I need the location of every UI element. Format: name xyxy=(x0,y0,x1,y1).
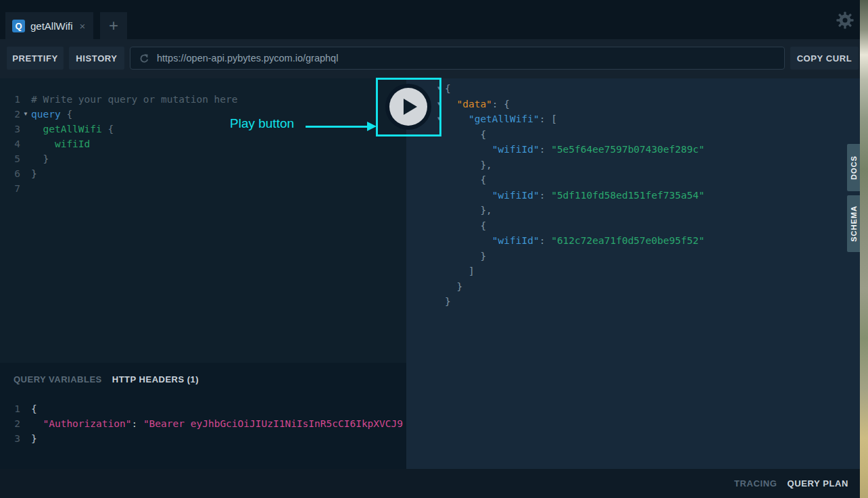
code-text: } xyxy=(445,279,462,295)
docs-side-tab-label: DOCS xyxy=(850,155,858,180)
fold-gutter xyxy=(433,264,445,279)
endpoint-url-input[interactable]: https://open-api.pybytes.pycom.io/graphq… xyxy=(130,47,785,70)
prettify-button[interactable]: PRETTIFY xyxy=(7,47,64,70)
fold-gutter xyxy=(433,249,445,264)
line-number: 6 xyxy=(0,166,20,181)
fold-gutter xyxy=(433,203,445,218)
code-text: { xyxy=(445,81,451,97)
fold-gutter xyxy=(20,401,31,416)
fold-gutter xyxy=(433,279,445,295)
annotation-arrow-line xyxy=(306,126,368,128)
code-text: "data": { xyxy=(445,97,510,112)
code-text: }, xyxy=(445,203,492,218)
copy-curl-button[interactable]: COPY CURL xyxy=(790,47,859,70)
code-line: "wifiId": "5df110fd58ed151fef735a54" xyxy=(406,188,860,203)
line-number: 4 xyxy=(0,136,20,151)
schema-side-tab[interactable]: SCHEMA xyxy=(847,195,860,252)
code-line: 6} xyxy=(0,166,406,181)
endpoint-url-text: https://open-api.pybytes.pycom.io/graphq… xyxy=(157,53,338,64)
code-text: } xyxy=(31,431,37,446)
code-text: { xyxy=(445,127,486,143)
plus-icon: + xyxy=(109,16,118,35)
desktop-background-strip xyxy=(860,0,868,498)
code-line: ] xyxy=(406,264,860,279)
query-editor-code: 1# Write your query or mutation here2▼qu… xyxy=(0,78,406,196)
code-line: } xyxy=(406,249,860,264)
fold-arrow-icon[interactable]: ▼ xyxy=(20,107,31,122)
line-number: 2 xyxy=(0,416,20,431)
code-text: }, xyxy=(445,157,492,173)
line-number: 7 xyxy=(0,181,20,196)
schema-side-tab-label: SCHEMA xyxy=(850,205,858,242)
variables-panel-tabs: QUERY VARIABLES HTTP HEADERS (1) xyxy=(0,363,406,384)
settings-gear-icon[interactable] xyxy=(836,11,854,30)
code-text: wifiId xyxy=(31,136,90,151)
code-line: }, xyxy=(406,157,860,173)
code-text: { xyxy=(445,172,486,188)
close-icon[interactable]: × xyxy=(80,20,86,32)
code-line: ▼ "getAllWifi": [ xyxy=(406,111,860,127)
line-number: 1 xyxy=(0,92,20,107)
variables-headers-panel: QUERY VARIABLES HTTP HEADERS (1) 1{2 "Au… xyxy=(0,363,406,469)
code-text: { xyxy=(31,401,37,416)
fold-gutter xyxy=(20,151,31,166)
fold-gutter xyxy=(433,142,445,157)
code-line: 7 xyxy=(0,181,406,196)
fold-gutter xyxy=(20,416,31,431)
line-number: 3 xyxy=(0,431,20,446)
code-line: 2▼query { xyxy=(0,107,406,122)
code-line: 1# Write your query or mutation here xyxy=(0,92,406,107)
fold-gutter xyxy=(433,172,445,188)
code-line: 5 } xyxy=(0,151,406,166)
code-text: } xyxy=(445,294,451,309)
code-line: 3 getAllWifi { xyxy=(0,122,406,136)
annotation-highlight-box xyxy=(376,78,441,136)
fold-gutter xyxy=(433,188,445,203)
code-text: ] xyxy=(445,264,475,279)
code-text: query { xyxy=(31,107,72,122)
response-json: ▼{▼ "data": {▼ "getAllWifi": [ { "wifiId… xyxy=(406,78,860,309)
response-viewer[interactable]: ▼{▼ "data": {▼ "getAllWifi": [ { "wifiId… xyxy=(406,78,860,469)
new-tab-button[interactable]: + xyxy=(100,12,127,39)
code-line: "wifiId": "5e5f64ee7597b07430ef289c" xyxy=(406,142,860,157)
annotation-arrow-head-icon xyxy=(367,122,377,131)
code-line: }, xyxy=(406,203,860,218)
code-line: } xyxy=(406,279,860,295)
code-text: getAllWifi { xyxy=(31,122,114,136)
fold-gutter xyxy=(20,431,31,446)
code-text: } xyxy=(31,151,49,166)
history-button[interactable]: HISTORY xyxy=(69,47,124,70)
fold-gutter xyxy=(20,136,31,151)
tab-getallwifi[interactable]: Q getAllWifi × xyxy=(5,12,93,39)
http-headers-editor[interactable]: 1{2 "Authorization": "Bearer eyJhbGciOiJ… xyxy=(0,401,406,446)
fold-gutter xyxy=(433,294,445,309)
line-number: 2 xyxy=(0,107,20,122)
query-editor[interactable]: 1# Write your query or mutation here2▼qu… xyxy=(0,78,406,363)
code-line: 2 "Authorization": "Bearer eyJhbGciOiJIU… xyxy=(0,416,406,431)
query-plan-toggle[interactable]: QUERY PLAN xyxy=(787,478,848,489)
code-text: "wifiId": "5e5f64ee7597b07430ef289c" xyxy=(445,142,704,157)
tab-query-variables[interactable]: QUERY VARIABLES xyxy=(14,374,102,384)
query-type-badge: Q xyxy=(12,20,25,32)
code-text: "getAllWifi": [ xyxy=(445,111,557,127)
results-footer: TRACING QUERY PLAN xyxy=(0,469,860,498)
code-line: { xyxy=(406,218,860,234)
code-text: } xyxy=(31,166,37,181)
tracing-toggle[interactable]: TRACING xyxy=(734,478,777,489)
code-line: ▼ "data": { xyxy=(406,97,860,112)
tab-bar: Q getAllWifi × + xyxy=(0,0,860,39)
code-line: "wifiId": "612c72ea71f0d57e0be95f52" xyxy=(406,233,860,249)
tab-http-headers[interactable]: HTTP HEADERS (1) xyxy=(112,374,199,384)
app-window: Q getAllWifi × + xyxy=(0,0,860,498)
line-number: 1 xyxy=(0,401,20,416)
code-text: "Authorization": "Bearer eyJhbGciOiJIUzI… xyxy=(31,416,403,431)
code-line: 1{ xyxy=(0,401,406,416)
toolbar: PRETTIFY HISTORY https://open-api.pybyte… xyxy=(0,39,860,78)
annotation-label: Play button xyxy=(230,116,294,131)
code-text: "wifiId": "5df110fd58ed151fef735a54" xyxy=(445,188,704,203)
docs-side-tab[interactable]: DOCS xyxy=(847,144,860,191)
refresh-icon[interactable] xyxy=(139,53,150,64)
line-number: 3 xyxy=(0,122,20,136)
code-line: 3} xyxy=(0,431,406,446)
fold-gutter xyxy=(20,92,31,107)
